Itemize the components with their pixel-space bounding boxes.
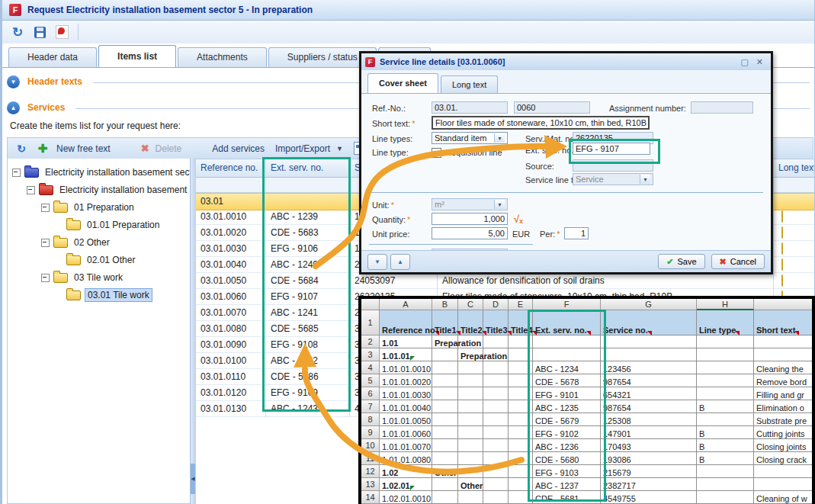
ref-no-field-1[interactable]: 03.01. <box>432 101 508 114</box>
add-item-button[interactable]: ✚ <box>35 141 50 156</box>
import-export-button[interactable]: Import/Export <box>275 143 330 154</box>
sheet-cell[interactable] <box>509 491 533 504</box>
ext-serv-cell[interactable]: CDE - 5683 <box>266 225 350 241</box>
sheet-cell[interactable] <box>483 439 509 452</box>
sheet-cell[interactable] <box>697 465 754 478</box>
refresh-services-button[interactable]: ↻ <box>14 141 29 156</box>
sheet-cell[interactable]: 1.02.01.0010 <box>380 491 432 504</box>
pdf-export-button[interactable] <box>54 24 69 40</box>
collapse-up-icon[interactable]: ▲ <box>7 101 20 114</box>
dialog-tab-long-text[interactable]: Long text <box>441 75 498 93</box>
sheet-cell[interactable] <box>754 348 815 361</box>
tree-item[interactable]: 01 Preparation <box>41 200 136 215</box>
ext-serv-cell[interactable]: ABC - 1239 <box>266 209 350 225</box>
save-button[interactable] <box>32 24 47 40</box>
reference-cell[interactable]: 03.01.0120 <box>196 385 266 401</box>
row-number[interactable]: 5 <box>361 374 380 387</box>
sheet-cell[interactable]: 1.01.01.0020 <box>380 374 432 387</box>
source-field[interactable] <box>573 159 653 172</box>
sheet-cell[interactable]: 987654 <box>601 400 697 413</box>
sheet-cell[interactable] <box>458 361 483 374</box>
row-number[interactable]: 14 <box>361 491 380 504</box>
sheet-header-cell[interactable]: Title2 <box>458 310 483 335</box>
column-letter-F[interactable]: F <box>533 299 601 310</box>
tree-item[interactable]: 03 Tile work <box>41 270 125 285</box>
sheet-cell[interactable] <box>483 400 509 413</box>
sheet-cell[interactable] <box>432 452 458 465</box>
filter-cell[interactable] <box>196 178 266 193</box>
sheet-cell[interactable] <box>509 387 533 400</box>
tab-header-data[interactable]: Header data <box>8 47 97 67</box>
row-number[interactable]: 2 <box>361 335 380 348</box>
sheet-cell[interactable]: 4549755 <box>601 491 697 504</box>
row-number[interactable]: 9 <box>361 426 380 439</box>
sheet-cell[interactable]: 1.01 <box>380 335 432 348</box>
chevron-down-icon[interactable]: ▼ <box>494 133 505 143</box>
sheet-cell[interactable]: 1.01.01.0010 <box>380 361 432 374</box>
sheet-cell[interactable] <box>697 374 754 387</box>
long-text-cell[interactable] <box>774 225 814 241</box>
sheet-cell[interactable] <box>509 335 533 348</box>
tree-item[interactable]: Electricity installation basement se <box>27 182 191 197</box>
sheet-cell[interactable] <box>509 465 533 478</box>
sheet-cell[interactable]: Cleaning of w <box>754 491 815 504</box>
sheet-cell[interactable]: 123456 <box>601 361 697 374</box>
cancel-button[interactable]: ✖Cancel <box>711 254 765 269</box>
sheet-cell[interactable]: Closing crack <box>754 452 815 465</box>
sheet-cell[interactable]: 1.01.01 <box>380 348 432 361</box>
sheet-cell[interactable] <box>509 478 533 491</box>
row-number[interactable]: 1 <box>361 310 380 335</box>
sheet-cell[interactable]: EFG - 9102 <box>533 426 601 439</box>
sheet-cell[interactable] <box>432 426 458 439</box>
ext-serv-cell[interactable]: ABC - 1240 <box>266 257 350 273</box>
sheet-cell[interactable] <box>697 413 754 426</box>
sheet-cell[interactable]: Other <box>458 478 483 491</box>
sheet-cell[interactable]: B <box>697 452 754 465</box>
sheet-cell[interactable] <box>432 439 458 452</box>
services-label[interactable]: Services <box>27 102 65 113</box>
sheet-cell[interactable] <box>509 413 533 426</box>
add-services-button[interactable]: Add services <box>212 143 265 154</box>
row-number[interactable]: 13 <box>361 478 380 491</box>
quantity-field[interactable]: 1,000 <box>432 213 508 225</box>
unit-select[interactable]: m²▼ <box>432 198 508 210</box>
reference-cell[interactable]: 03.01.0060 <box>196 289 266 305</box>
sheet-cell[interactable]: 1.01.01.0050 <box>380 413 432 426</box>
sheet-cell[interactable] <box>697 478 754 491</box>
tree-expander-icon[interactable] <box>41 204 50 212</box>
tree-item[interactable]: 01.01 Preparation <box>66 217 162 233</box>
sheet-cell[interactable]: Substrate pre <box>754 413 815 426</box>
short-text-field[interactable]: Floor tiles made of stoneware, 10x10 cm,… <box>432 116 650 130</box>
column-letter-D[interactable]: D <box>483 299 509 310</box>
column-letter-A[interactable]: A <box>380 299 432 310</box>
reference-cell[interactable]: 03.01.0130 <box>196 401 266 417</box>
sheet-cell[interactable]: CDE - 5681 <box>533 491 601 504</box>
sheet-cell[interactable]: B <box>697 400 754 413</box>
sheet-header-cell[interactable]: Title1 <box>432 310 458 335</box>
long-text-note-icon[interactable] <box>781 274 783 287</box>
long-text-note-icon[interactable] <box>781 210 783 223</box>
sheet-cell[interactable]: 654321 <box>601 387 697 400</box>
sheet-cell[interactable]: 1.01.01.0040 <box>380 400 432 413</box>
column-letter-G[interactable]: G <box>601 299 697 310</box>
filter-cell[interactable] <box>774 178 814 193</box>
new-free-text-button[interactable]: New free text <box>56 143 111 154</box>
reference-cell[interactable]: 03.01.0030 <box>196 241 266 257</box>
sheet-header-cell[interactable]: Reference no <box>380 310 432 335</box>
sheet-cell[interactable]: Preparation <box>458 348 483 361</box>
sheet-cell[interactable] <box>509 348 533 361</box>
table-row[interactable]: 03.01.0050CDE - 568424053097Allowance fo… <box>196 273 814 289</box>
sheet-cell[interactable] <box>483 491 509 504</box>
long-text-cell[interactable] <box>774 209 814 225</box>
sheet-cell[interactable] <box>533 335 601 348</box>
sheet-cell[interactable]: 215679 <box>601 465 697 478</box>
column-header[interactable]: Reference no. <box>196 159 266 178</box>
service-no-cell[interactable]: 24053097 <box>350 273 438 289</box>
row-number[interactable]: 4 <box>361 361 380 374</box>
sheet-cell[interactable]: Other <box>432 465 458 478</box>
ext-serv-cell[interactable]: EFG - 9107 <box>266 289 350 305</box>
reference-cell[interactable]: 03.01.0110 <box>196 369 266 385</box>
sheet-cell[interactable] <box>483 465 509 478</box>
sheet-cell[interactable]: B <box>697 426 754 439</box>
checkbox-icon[interactable] <box>432 148 441 158</box>
